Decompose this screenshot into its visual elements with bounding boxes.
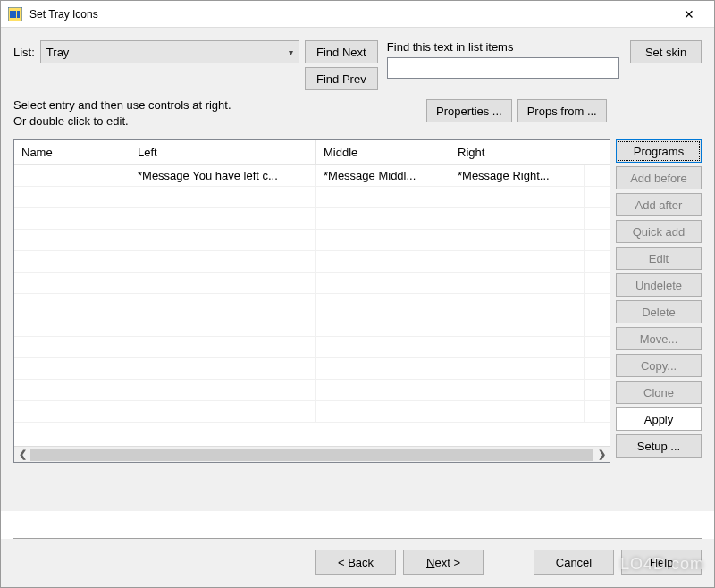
undelete-button[interactable]: Undelete	[616, 273, 702, 297]
scroll-left-icon[interactable]: ❮	[14, 447, 30, 462]
find-text-label: Find this text in list items	[387, 40, 619, 54]
footer: < Back Next > Cancel Help	[1, 539, 714, 587]
find-buttons: Find Next Find Prev	[305, 40, 378, 90]
programs-button[interactable]: Programs	[616, 139, 702, 163]
props-from-button[interactable]: Props from ...	[517, 99, 607, 122]
clone-button[interactable]: Clone	[616, 381, 702, 404]
find-text-input[interactable]	[387, 57, 619, 79]
move-button[interactable]: Move...	[616, 327, 702, 350]
top-row: List: Tray ▾ Find Next Find Prev Find th…	[13, 40, 702, 90]
cancel-button[interactable]: Cancel	[534, 550, 614, 575]
set-skin-button[interactable]: Set skin	[630, 40, 702, 63]
grid-header: Name Left Middle Right	[14, 140, 610, 165]
app-icon	[8, 7, 22, 21]
dialog-window: Set Tray Icons ✕ List: Tray ▾ Find Next …	[0, 0, 715, 588]
col-right[interactable]: Right	[450, 140, 585, 164]
table-row[interactable]	[14, 187, 610, 208]
find-next-button[interactable]: Find Next	[305, 40, 378, 63]
add-after-button[interactable]: Add after	[616, 193, 702, 216]
setup-button[interactable]: Setup ...	[616, 434, 702, 458]
footer-spacer	[491, 550, 526, 575]
next-button[interactable]: Next >	[403, 550, 484, 575]
cell-left: *Message You have left c...	[130, 165, 316, 186]
delete-button[interactable]: Delete	[616, 300, 702, 323]
svg-rect-3	[17, 11, 20, 18]
quick-add-button[interactable]: Quick add	[616, 220, 702, 243]
svg-rect-2	[13, 11, 16, 18]
horizontal-scrollbar[interactable]: ❮ ❯	[14, 446, 610, 462]
scroll-track[interactable]	[30, 447, 593, 462]
apply-button[interactable]: Apply	[616, 407, 702, 431]
props-row: Properties ... Props from ...	[426, 99, 607, 122]
grid-body: *Message You have left c... *Message Mid…	[14, 165, 610, 446]
find-prev-button[interactable]: Find Prev	[305, 67, 378, 90]
window-title: Set Tray Icons	[29, 8, 671, 21]
main-area: Name Left Middle Right *Message You have…	[13, 139, 702, 463]
find-block: Find this text in list items	[387, 40, 619, 79]
list-combo[interactable]: Tray ▾	[40, 40, 299, 63]
table-row[interactable]: *Message You have left c... *Message Mid…	[14, 165, 610, 187]
cell-name	[14, 165, 130, 186]
edit-button[interactable]: Edit	[616, 247, 702, 270]
copy-button[interactable]: Copy...	[616, 354, 702, 377]
back-button[interactable]: < Back	[315, 550, 396, 575]
scroll-right-icon[interactable]: ❯	[593, 447, 610, 462]
cell-right: *Message Right...	[450, 165, 585, 186]
cell-middle: *Message Middl...	[316, 165, 450, 186]
close-button[interactable]: ✕	[671, 1, 707, 28]
side-buttons: Programs Add before Add after Quick add …	[616, 139, 702, 463]
col-name[interactable]: Name	[14, 140, 130, 164]
scroll-thumb[interactable]	[30, 449, 593, 461]
content-area: List: Tray ▾ Find Next Find Prev Find th…	[1, 28, 714, 511]
list-combo-value: Tray	[46, 46, 70, 59]
svg-rect-1	[10, 11, 13, 18]
properties-button[interactable]: Properties ...	[426, 99, 512, 122]
col-middle[interactable]: Middle	[316, 140, 450, 164]
add-before-button[interactable]: Add before	[616, 166, 702, 189]
col-left[interactable]: Left	[130, 140, 316, 164]
titlebar: Set Tray Icons ✕	[1, 1, 714, 28]
data-grid[interactable]: Name Left Middle Right *Message You have…	[13, 139, 610, 463]
help-button[interactable]: Help	[621, 550, 702, 575]
list-label: List:	[13, 40, 35, 59]
chevron-down-icon: ▾	[289, 47, 293, 57]
